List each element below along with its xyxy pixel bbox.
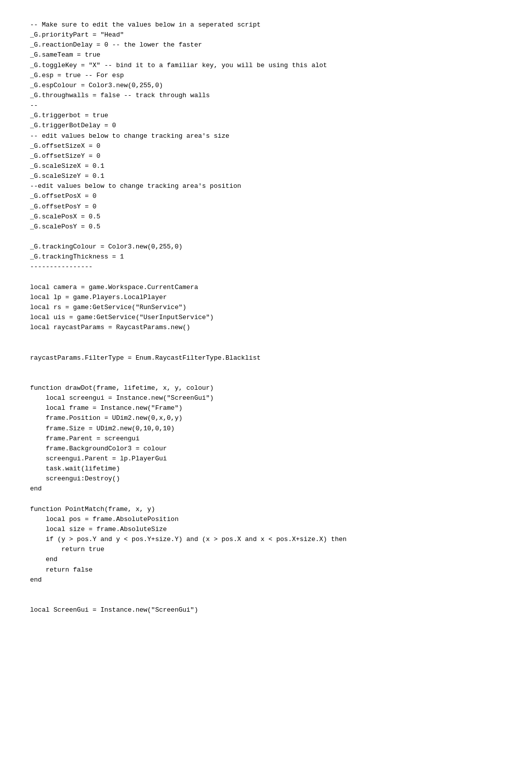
code-content: -- Make sure to edit the values below in…	[30, 20, 502, 615]
